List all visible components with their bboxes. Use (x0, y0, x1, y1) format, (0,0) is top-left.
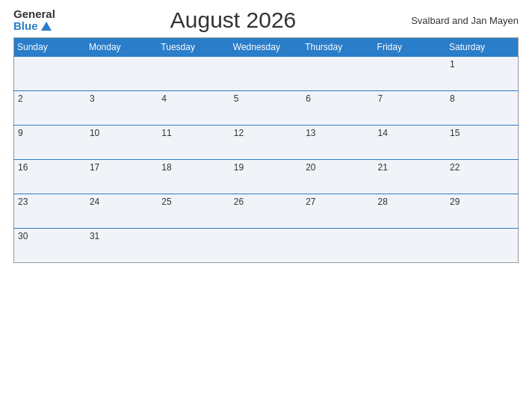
calendar-day-cell (374, 57, 446, 91)
calendar-day-cell: 16 (14, 160, 86, 194)
calendar-day-cell (86, 57, 158, 91)
calendar-week-row: 16171819202122 (14, 160, 519, 194)
calendar-week-row: 2345678 (14, 91, 519, 126)
calendar-table: SundayMondayTuesdayWednesdayThursdayFrid… (13, 37, 519, 263)
calendar-day-cell: 12 (230, 126, 302, 160)
calendar-day-cell: 29 (446, 194, 518, 229)
calendar-day-cell: 10 (86, 126, 158, 160)
day-header-thursday: Thursday (302, 38, 374, 57)
calendar-day-cell: 25 (158, 194, 229, 229)
day-header-monday: Monday (86, 38, 158, 57)
calendar-day-cell: 7 (374, 91, 446, 126)
calendar-day-cell: 30 (14, 229, 86, 263)
calendar-day-cell: 11 (158, 126, 229, 160)
calendar-day-cell: 15 (446, 126, 518, 160)
calendar-day-cell (374, 229, 446, 263)
calendar-day-cell: 9 (14, 126, 86, 160)
calendar-title: August 2026 (55, 7, 411, 33)
calendar-week-row: 1 (14, 57, 519, 91)
calendar-day-cell (158, 57, 229, 91)
calendar-day-cell: 23 (14, 194, 86, 229)
logo-blue-text: Blue (13, 20, 52, 33)
calendar-day-cell (302, 229, 374, 263)
calendar-day-cell: 19 (230, 160, 302, 194)
calendar-day-cell: 6 (302, 91, 374, 126)
calendar-day-cell: 27 (302, 194, 374, 229)
calendar-day-cell (446, 229, 518, 263)
calendar-day-cell: 3 (86, 91, 158, 126)
day-header-wednesday: Wednesday (230, 38, 302, 57)
calendar-day-cell (14, 57, 86, 91)
calendar-day-cell: 26 (230, 194, 302, 229)
calendar-day-cell: 17 (86, 160, 158, 194)
calendar-day-cell: 31 (86, 229, 158, 263)
calendar-week-row: 9101112131415 (14, 126, 519, 160)
day-header-tuesday: Tuesday (158, 38, 229, 57)
calendar-week-row: 23242526272829 (14, 194, 519, 229)
logo-general-text: General (13, 8, 55, 21)
day-header-friday: Friday (374, 38, 446, 57)
calendar-day-cell (158, 229, 229, 263)
calendar-day-cell: 4 (158, 91, 229, 126)
calendar-day-cell: 8 (446, 91, 518, 126)
logo-triangle-icon (41, 22, 52, 31)
logo: General Blue (13, 8, 55, 33)
region-label: Svalbard and Jan Mayen (411, 15, 519, 26)
calendar-day-cell: 13 (302, 126, 374, 160)
calendar-day-cell: 2 (14, 91, 86, 126)
calendar-day-cell: 21 (374, 160, 446, 194)
calendar-day-cell: 20 (302, 160, 374, 194)
calendar-day-cell (302, 57, 374, 91)
calendar-day-cell (230, 57, 302, 91)
calendar-day-cell: 14 (374, 126, 446, 160)
day-header-sunday: Sunday (14, 38, 86, 57)
calendar-day-cell: 18 (158, 160, 229, 194)
calendar-day-cell: 24 (86, 194, 158, 229)
calendar-day-cell: 1 (446, 57, 518, 91)
calendar-day-cell: 5 (230, 91, 302, 126)
calendar-day-cell: 22 (446, 160, 518, 194)
calendar-header-row: SundayMondayTuesdayWednesdayThursdayFrid… (14, 38, 519, 57)
calendar-week-row: 3031 (14, 229, 519, 263)
day-header-saturday: Saturday (446, 38, 518, 57)
header: General Blue August 2026 Svalbard and Ja… (13, 7, 519, 33)
calendar-day-cell (230, 229, 302, 263)
calendar-day-cell: 28 (374, 194, 446, 229)
